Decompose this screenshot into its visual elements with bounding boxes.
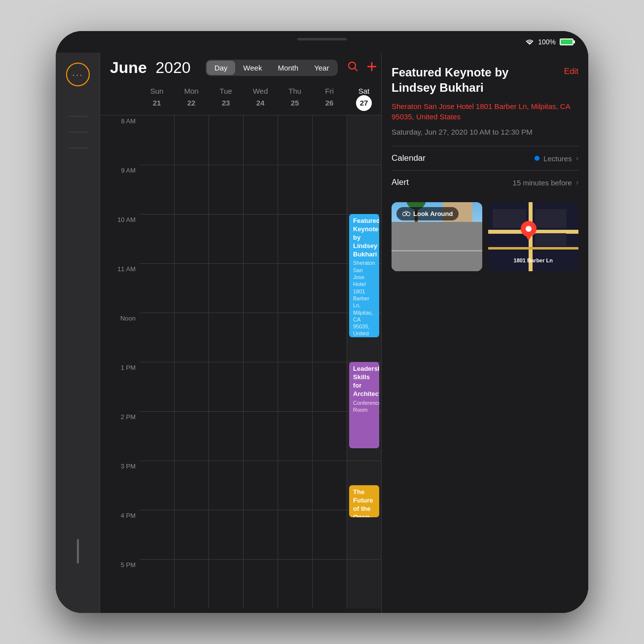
day-header-thu[interactable]: Thu 25 [278,87,312,111]
hour-line [244,214,278,215]
sidebar-line-1 [68,116,88,117]
hour-line [175,362,209,362]
sidebar-scroll-indicator [77,539,79,564]
look-around-label: Look Around [413,210,453,217]
time-column: 8 AM 9 AM 10 AM 11 AM Noon 1 PM 2 PM 3 P… [100,115,140,613]
hour-line [175,510,209,510]
view-year-button[interactable]: Year [306,61,337,75]
hour-line [244,165,278,165]
detail-calendar-row[interactable]: Calendar Lectures › [392,146,578,170]
hour-line [313,165,347,165]
hour-line [244,411,278,412]
day-headers: Sun 21 Mon 22 Tue 23 Wed [100,83,381,115]
map-location-pin [521,221,537,237]
hour-line [209,313,243,313]
map-view-thumbnail[interactable]: 1801 Barber Ln [488,202,579,271]
day-header-wed[interactable]: Wed 24 [243,87,278,111]
view-week-button[interactable]: Week [235,61,270,75]
alert-label: Alert [392,178,409,187]
search-button[interactable] [348,61,358,75]
hour-line [278,411,312,412]
event-future-office[interactable]: The Future of the Open-Plan Office Meeti… [349,485,379,517]
hour-line [244,313,278,313]
day-header-sat[interactable]: Sat 27 [347,87,381,111]
hour-line [347,559,381,560]
add-event-button[interactable] [366,61,377,75]
detail-address[interactable]: Sheraton San Jose Hotel 1801 Barber Ln, … [392,101,578,122]
day-header-fri[interactable]: Fri 26 [312,87,347,111]
days-columns: Featured Keynote by Lindsey Bukhari Sher… [140,115,381,613]
day-header-tue[interactable]: Tue 23 [209,87,243,111]
time-1pm: 1 PM [100,362,140,411]
battery-icon [560,38,573,45]
map-block-2 [535,233,567,246]
hour-line [140,313,174,313]
event-leadership[interactable]: Leadership Skills for Architects Confere… [349,362,379,448]
hour-line [278,362,312,362]
day-name-thu: Thu [278,87,312,95]
day-num-fri: 26 [322,95,337,111]
edit-button[interactable]: Edit [564,67,578,76]
event-keynote[interactable]: Featured Keynote by Lindsey Bukhari Sher… [349,214,379,337]
grid-body: 8 AM 9 AM 10 AM 11 AM Noon 1 PM 2 PM 3 P… [100,115,381,613]
day-name-fri: Fri [312,87,347,95]
map-address-label: 1801 Barber Ln [514,257,553,263]
month-label: June [110,59,147,76]
calendar-area: June 2020 Day Week Month Year [100,53,381,613]
detail-datetime: Saturday, Jun 27, 2020 10 AM to 12:30 PM [392,128,578,136]
hour-line [209,510,243,510]
hour-line [278,313,312,313]
hour-line [278,214,312,215]
event-future-office-title: The Future of the Open-Plan Office [353,488,375,517]
day-col-thu [278,115,312,608]
calendar-value-group[interactable]: Lectures › [535,154,578,163]
status-bar: 100% [56,31,588,53]
notch-pill [297,38,347,40]
day-col-tue [209,115,243,608]
hour-line [313,313,347,313]
svg-line-1 [355,68,358,71]
map-block-1 [535,209,567,228]
hour-line [313,263,347,264]
hour-line [209,263,243,264]
view-month-button[interactable]: Month [270,61,306,75]
day-header-mon[interactable]: Mon 22 [174,87,209,111]
day-col-wed [243,115,278,608]
hour-line [175,313,209,313]
day-num-mon: 22 [183,95,199,111]
calendar-color-dot [535,156,539,161]
alert-value-group[interactable]: 15 minutes before › [513,178,578,187]
day-col-fri [312,115,347,608]
day-num-sat: 27 [356,95,372,111]
hour-line [313,214,347,215]
binoculars-icon [402,211,410,217]
day-num-tue: 23 [218,95,234,111]
day-header-sun[interactable]: Sun 21 [140,87,174,111]
hour-line [244,263,278,264]
sidebar-avatar[interactable]: ··· [66,63,90,86]
event-keynote-title: Featured Keynote by Lindsey Bukhari [353,217,375,258]
hour-line [209,362,243,362]
hour-line [278,510,312,510]
battery-fill [561,39,572,44]
event-leadership-location: Conference Room [353,399,375,414]
svg-point-4 [402,212,406,215]
time-2pm: 2 PM [100,411,140,461]
map-thumbnails: Look Around [392,202,578,271]
look-around-thumbnail[interactable]: Look Around [392,202,482,271]
hour-line [244,362,278,362]
hour-line [140,559,174,560]
day-name-sat: Sat [347,87,381,95]
view-day-button[interactable]: Day [207,61,236,75]
detail-event-title: Featured Keynote by Lindsey Bukhari [392,65,556,95]
hour-line [209,461,243,461]
hour-line [175,165,209,165]
header-icons [348,61,377,75]
detail-alert-row[interactable]: Alert 15 minutes before › [392,170,578,194]
hour-line [347,461,381,461]
hour-line [140,263,174,264]
svg-point-0 [349,62,356,69]
street-ground [392,222,482,271]
calendar-label: Calendar [392,153,426,163]
day-name-sun: Sun [140,87,174,95]
